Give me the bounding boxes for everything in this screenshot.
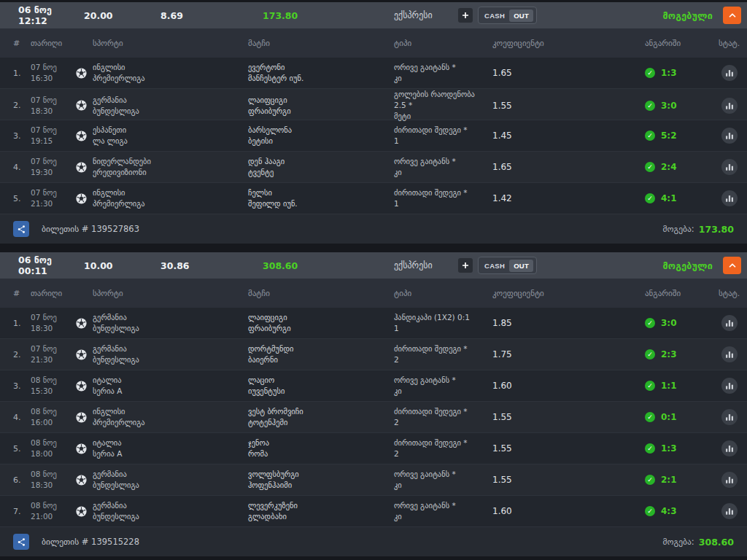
- leg-stat-cell: [719, 315, 747, 331]
- statistics-button[interactable]: [721, 315, 738, 331]
- bet-winnings: 308.60: [263, 260, 394, 271]
- leg-bet-type: ორივე გაიტანს * კი: [394, 500, 492, 522]
- soccer-icon: [75, 380, 93, 392]
- leg-away-team: ფრაიბურგი: [248, 323, 394, 334]
- collapse-button[interactable]: [723, 7, 741, 24]
- leg-date: 08 ნოე 18:30: [31, 469, 75, 491]
- leg-pick: 1: [394, 323, 488, 334]
- statistics-button[interactable]: [721, 190, 738, 206]
- leg-number: 3.: [13, 381, 31, 391]
- leg-stat-cell: [719, 159, 747, 175]
- statistics-button[interactable]: [721, 440, 738, 456]
- leg-home-team: ჯენოა: [248, 438, 394, 448]
- column-stat: სტატ.: [719, 39, 747, 48]
- leg-bet-type: გოლების რაოდენობა 2.5 * მეტი: [394, 89, 492, 122]
- statistics-button[interactable]: [721, 65, 738, 81]
- leg-home-team: ლევერკუზენი: [248, 500, 394, 511]
- leg-sport: ინგლისი პრემიერლიგა: [93, 62, 248, 84]
- share-button[interactable]: [13, 534, 29, 550]
- leg-country: ინგლისი: [93, 62, 248, 73]
- leg-result: ✓ 1:3: [642, 443, 719, 454]
- leg-pick: მეტი: [394, 111, 488, 122]
- leg-country: გერმანია: [93, 312, 248, 323]
- leg-stat-cell: [719, 190, 747, 206]
- leg-date: 07 ნოე 21:30: [31, 343, 75, 365]
- statistics-button[interactable]: [721, 98, 738, 114]
- leg-bet-type: ორივე გაიტანს * კი: [394, 156, 492, 178]
- leg-pick: კი: [394, 480, 488, 491]
- leg-pick: კი: [394, 511, 488, 522]
- leg-league: ბუნდესლიგა: [93, 106, 248, 117]
- leg-match: ბარსელონა ბეტისი: [248, 125, 394, 147]
- cashout-cash-label: CASH: [484, 262, 505, 270]
- leg-stat-cell: [719, 378, 747, 394]
- statistics-button[interactable]: [721, 472, 738, 488]
- leg-market: გოლების რაოდენობა 2.5 *: [394, 89, 488, 111]
- bet-rows: 1. 07 ნოე 18:30 გერმანია ბუნდესლიგა ლაიფ…: [0, 308, 747, 527]
- leg-date: 08 ნოე 15:30: [31, 375, 75, 397]
- add-button[interactable]: [458, 8, 473, 23]
- statistics-button[interactable]: [721, 346, 738, 362]
- leg-match: დორტმუნდი ბაიერნი: [248, 343, 394, 365]
- column-date: თარიღი: [31, 39, 75, 48]
- statistics-button[interactable]: [721, 503, 738, 519]
- leg-home-team: ჩელსი: [248, 187, 394, 198]
- cashout-button[interactable]: CASH OUT: [478, 7, 537, 24]
- bet-placed-datetime: 06 ნოე 12:12: [18, 4, 84, 26]
- leg-bet-type: ორივე გაიტანს * კი: [394, 62, 492, 84]
- column-number: #: [13, 289, 31, 298]
- bet-history-list: 06 ნოე 12:12 20.00 8.69 173.80 ექსპრესი …: [0, 2, 747, 556]
- statistics-button[interactable]: [721, 409, 738, 425]
- leg-country: იტალია: [93, 438, 248, 448]
- leg-pick: 2: [394, 448, 488, 459]
- soccer-icon: [75, 161, 93, 174]
- leg-result: ✓ 4:1: [642, 193, 719, 203]
- share-button[interactable]: [13, 221, 29, 237]
- collapse-button[interactable]: [723, 257, 741, 274]
- leg-league: სერია A: [93, 386, 248, 397]
- column-sport: სპორტი: [93, 289, 248, 298]
- leg-league: ბუნდესლიგა: [93, 323, 248, 334]
- cashout-button[interactable]: CASH OUT: [478, 257, 537, 274]
- leg-sport: ნიდერლანდები ერედივიზიონი: [93, 156, 248, 178]
- column-coefficient: კოეფიციენტი: [492, 39, 642, 48]
- won-check-icon: ✓: [645, 131, 655, 141]
- leg-match: ვოლფსბურგი ჰოფენჰაიმი: [248, 469, 394, 491]
- soccer-icon: [75, 99, 93, 112]
- leg-pick: კი: [394, 167, 488, 178]
- statistics-button[interactable]: [721, 378, 738, 394]
- leg-pick: 2: [394, 417, 488, 428]
- leg-market: ორივე გაიტანს *: [394, 62, 488, 73]
- bet-leg-row: 5. 07 ნოე 21:30 ინგლისი პრემიერლიგა ჩელს…: [0, 183, 747, 214]
- ticket-number: ბილეთის # 139515228: [42, 537, 139, 547]
- leg-coefficient: 1.65: [492, 162, 642, 172]
- leg-coefficient: 1.55: [492, 443, 642, 454]
- leg-home-team: ვესტ ბრომვიჩი: [248, 406, 394, 417]
- leg-sport: ინგლისი პრემიერლიგა: [93, 406, 248, 428]
- leg-league: ბუნდესლიგა: [93, 480, 248, 491]
- bar-chart-icon: [725, 194, 734, 203]
- bar-chart-icon: [725, 475, 734, 484]
- leg-sport: გერმანია ბუნდესლიგა: [93, 312, 248, 334]
- statistics-button[interactable]: [721, 159, 738, 175]
- bet-winnings: 173.80: [263, 10, 394, 21]
- chevron-up-icon: [727, 10, 738, 20]
- bet-type-label: ექსპრესი: [394, 260, 458, 271]
- leg-market: ორივე გაიტანს *: [394, 375, 488, 386]
- ticket-label: ბილეთის #: [42, 224, 88, 234]
- leg-stat-cell: [719, 503, 747, 519]
- leg-away-team: ბეტისი: [248, 136, 394, 147]
- leg-away-team: ფრაიბურგი: [248, 106, 394, 117]
- leg-match: ლაიფციგი ფრაიბურგი: [248, 312, 394, 334]
- leg-result: ✓ 2:1: [642, 475, 719, 485]
- leg-number: 1.: [13, 69, 31, 78]
- cashout-out-label: OUT: [509, 260, 533, 272]
- leg-number: 4.: [13, 163, 31, 172]
- plus-icon: [461, 11, 470, 20]
- bar-chart-icon: [725, 69, 734, 77]
- total-win-label: მოგება:: [663, 537, 694, 547]
- add-button[interactable]: [458, 258, 473, 273]
- statistics-button[interactable]: [721, 128, 738, 144]
- soccer-icon: [75, 505, 93, 518]
- column-score: ანგარიში: [642, 39, 719, 48]
